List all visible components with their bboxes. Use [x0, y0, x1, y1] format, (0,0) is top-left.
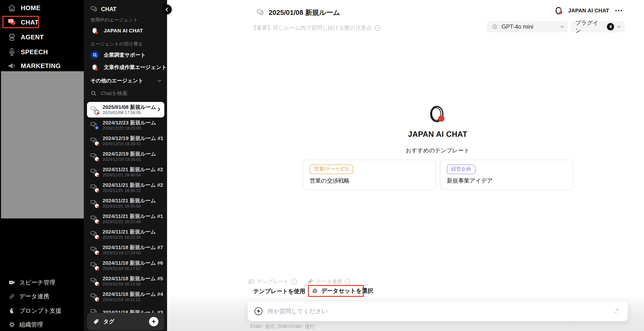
chevron-down-icon	[158, 78, 161, 82]
chat-room-item[interactable]: 2024/11/18 新規ルーム #5 2024/11/18 16:12:00	[87, 273, 164, 289]
collapse-sidebar-button[interactable]	[162, 5, 172, 14]
active-agent-label: 使用中のエージェント	[90, 17, 138, 23]
chat-room-icon	[90, 261, 99, 270]
room-title: 2024/11/21 新規ルーム	[102, 197, 156, 204]
welcome-logo	[248, 102, 628, 127]
room-timestamp: 2024/11/21 18:35:12	[102, 188, 161, 193]
chevron-down-icon	[617, 24, 621, 28]
room-title: 2025/01/08 新規ルーム	[268, 8, 340, 17]
chat-room-item[interactable]: 2024/12/19 新規ルーム #1 2024/12/19 18:30:41	[87, 133, 164, 149]
chat-room-item[interactable]: 2024/11/21 新規ルーム #1 2024/11/21 16:22:48	[87, 211, 164, 227]
chevron-down-icon	[560, 24, 564, 28]
use-template-button[interactable]: テンプレートを使用	[253, 287, 305, 295]
chat-room-item[interactable]: 2024/11/21 新規ルーム 2024/11/21 16:22:34	[87, 227, 164, 242]
room-text: 2024/11/21 新規ルーム #2 2024/11/21 18:35:12	[102, 182, 161, 193]
chat-room-item[interactable]: 2024/11/18 新規ルーム #6 2024/11/18 16:17:07	[87, 258, 164, 273]
select-dataset-button[interactable]: データセットを選択	[311, 287, 373, 295]
agent-badge	[94, 172, 99, 177]
label-text: データ連携	[316, 278, 342, 285]
templates-heading: おすすめのテンプレート	[248, 147, 628, 154]
other-agents-toggle[interactable]: その他のエージェント	[90, 77, 161, 84]
template-card-sales[interactable]: 営業/マーケ/CS 営業の交渉戦略	[303, 160, 436, 190]
room-text: 2024/12/19 新規ルーム #1 2024/12/19 18:30:41	[102, 135, 161, 146]
notice-text: 【重要】同じルーム内で質問し続ける際の注意点	[251, 24, 372, 32]
japanai-logo-avatar	[554, 6, 564, 15]
help-icon[interactable]: ?	[291, 278, 297, 284]
switch-agent-label: エージェントの切り替え	[90, 41, 143, 47]
chip-icon	[491, 23, 498, 30]
room-timestamp: 2024/11/18 16:17:07	[102, 266, 161, 271]
chat-room-item[interactable]: 2024/12/19 新規ルーム 2024/12/19 19:35:01	[87, 149, 164, 164]
agent-row-company-research[interactable]: 企業調査サポート	[90, 51, 146, 59]
room-text: 2024/11/18 新規ルーム #7 2024/11/18 17:23:03	[102, 244, 161, 255]
nav-item-speech-management[interactable]: スピーチ管理	[0, 276, 84, 289]
nav-label: SPEECH	[21, 48, 48, 56]
room-text: 2024/11/18 新規ルーム #4 2024/11/18 16:11:21	[102, 291, 161, 302]
room-text: 2024/11/21 新規ルーム #1 2024/11/21 16:22:48	[102, 213, 161, 224]
tag-section[interactable]: タグ +	[87, 313, 164, 330]
chat-room-icon	[90, 277, 99, 285]
room-header: 2025/01/08 新規ルーム	[256, 8, 340, 17]
chat-room-item[interactable]: 2024/12/23 新規ルーム 2024/12/23 18:25:00	[87, 118, 164, 133]
help-icon[interactable]: ?	[345, 278, 351, 284]
active-agent-row[interactable]: JAPAN AI CHAT	[90, 26, 143, 35]
agent-badge	[94, 219, 99, 224]
card-title: 営業の交渉戦略	[310, 177, 429, 185]
cube-icon	[311, 287, 318, 294]
chat-bubble-icon	[256, 9, 264, 17]
info-icon: i	[375, 25, 380, 31]
template-icon	[248, 278, 254, 285]
nav-label: スピーチ管理	[19, 278, 55, 286]
plugin-count-badge: 4	[607, 23, 614, 31]
nav-item-data-link[interactable]: データ連携	[0, 290, 84, 303]
room-timestamp: 2024/11/21 16:22:34	[102, 235, 156, 240]
plugin-select[interactable]: プラグイン 4	[571, 21, 625, 33]
room-title: 2024/11/18 新規ルーム #7	[102, 244, 161, 251]
chat-room-item[interactable]: 2024/11/18 新規ルーム #4 2024/11/18 16:11:21	[87, 289, 164, 304]
room-timestamp: 2024/11/21 16:22:48	[102, 219, 161, 225]
chat-room-item[interactable]: 2024/11/21 新規ルーム #2 2024/11/21 19:40:54	[87, 164, 164, 180]
tag-icon	[93, 318, 99, 325]
main-content: 2025/01/08 新規ルーム JAPAN AI CHAT ••• 【重要】同…	[167, 0, 644, 331]
other-agents-label: その他のエージェント	[90, 77, 143, 84]
nav-item-agent[interactable]: AGENT	[0, 30, 84, 44]
model-select[interactable]: GPT-4o mini	[487, 21, 568, 33]
chat-room-icon	[90, 246, 99, 254]
nav-item-org-management[interactable]: 組織管理	[0, 318, 84, 331]
question-input[interactable]	[268, 308, 608, 315]
megaphone-icon	[8, 61, 16, 70]
chat-room-item[interactable]: 2024/11/21 新規ルーム #2 2024/11/21 18:35:12	[87, 180, 164, 195]
agent-row-writing[interactable]: 文章作成作業エージェント	[90, 63, 166, 72]
search-icon	[90, 90, 97, 97]
more-options-icon[interactable]: •••	[614, 7, 624, 15]
sparkles-icon[interactable]	[612, 307, 621, 315]
add-tag-button[interactable]: +	[149, 317, 158, 326]
chat-search-input[interactable]	[101, 90, 168, 96]
nav-item-home[interactable]: HOME	[0, 1, 84, 15]
nav-item-speech[interactable]: SPEECH	[0, 45, 84, 59]
chat-room-icon	[90, 199, 99, 208]
room-title: 2024/11/21 新規ルーム #1	[102, 213, 161, 219]
nav-label: AGENT	[21, 33, 44, 41]
agent-name: 企業調査サポート	[104, 52, 146, 58]
chat-room-item[interactable]: 2025/01/08 新規ルーム 2025/01/08 17:56:05	[87, 102, 164, 118]
attach-plus-icon[interactable]: +	[254, 307, 262, 315]
nav-item-marketing[interactable]: MARKETING	[0, 59, 84, 73]
room-title: 2024/11/21 新規ルーム	[102, 229, 156, 235]
chat-room-item[interactable]: 2024/11/18 新規ルーム #7 2024/11/18 17:23:03	[87, 242, 164, 258]
head-gear-icon	[8, 307, 15, 314]
data-link-section-label: データ連携 ?	[307, 278, 351, 285]
sort-icon[interactable]	[172, 91, 175, 96]
room-text: 2024/11/21 新規ルーム 2024/11/21 16:22:34	[102, 229, 156, 240]
agent-name: JAPAN AI CHAT	[104, 28, 143, 34]
template-card-planning[interactable]: 経営企画 新規事業アイデア	[440, 160, 573, 190]
chat-room-item[interactable]: 2024/11/21 新規ルーム 2024/11/21 18:35:00	[87, 195, 164, 211]
chat-room-icon	[90, 293, 99, 301]
room-timestamp: 2024/11/18 17:23:03	[102, 251, 161, 256]
nav-item-chat[interactable]: CHAT	[0, 15, 84, 29]
room-timestamp: 2024/12/19 18:30:41	[102, 142, 161, 147]
nav-item-prompt-support[interactable]: プロンプト支援	[0, 304, 84, 317]
room-notice[interactable]: 【重要】同じルーム内で質問し続ける際の注意点 i	[251, 24, 380, 32]
room-title: 2024/12/19 新規ルーム	[102, 151, 156, 157]
agent-badge	[94, 110, 99, 115]
